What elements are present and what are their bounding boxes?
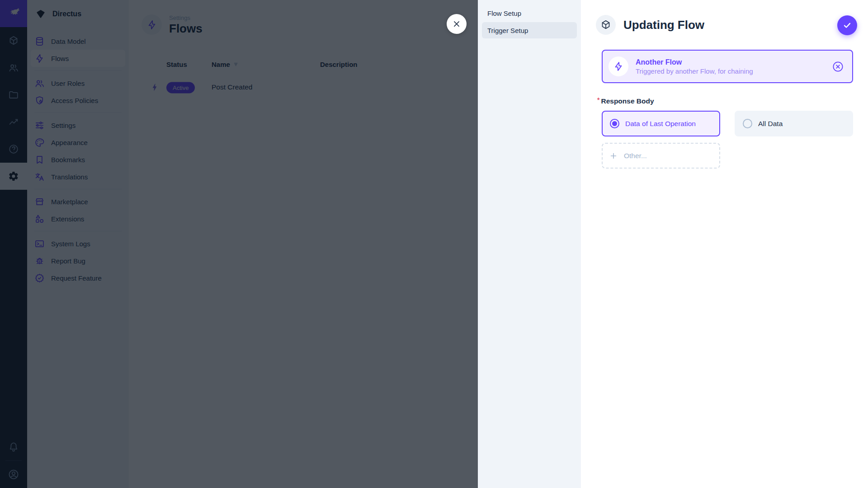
drawer-main: Updating Flow Another Flow Triggered by …	[581, 0, 868, 488]
required-marker: *	[597, 96, 599, 103]
close-drawer-button[interactable]	[447, 14, 467, 34]
box-icon	[600, 19, 611, 30]
x-circle-icon	[832, 61, 844, 73]
trigger-texts: Another Flow Triggered by another Flow, …	[636, 58, 753, 75]
field-label: Response Body	[601, 97, 654, 105]
radio-selected-icon	[610, 119, 619, 128]
radio-option-all-data[interactable]: All Data	[735, 111, 853, 136]
flow-drawer: Flow Setup Trigger Setup Updating Flow	[478, 0, 868, 488]
bolt-icon	[613, 61, 624, 72]
radio-unselected-icon	[743, 119, 752, 128]
directus-app: Directus Data Model Flows User Roles Acc…	[0, 0, 868, 488]
drawer-title: Updating Flow	[623, 18, 704, 32]
selected-trigger-card: Another Flow Triggered by another Flow, …	[602, 50, 853, 83]
close-icon	[452, 19, 462, 29]
check-icon	[842, 20, 852, 30]
radio-option-label: Data of Last Operation	[625, 120, 696, 128]
drawer-nav: Flow Setup Trigger Setup	[478, 0, 581, 488]
trigger-subtitle: Triggered by another Flow, for chaining	[636, 67, 753, 75]
trigger-title: Another Flow	[636, 58, 753, 66]
trigger-icon-circle	[609, 56, 628, 76]
drawer-nav-item-flow-setup[interactable]: Flow Setup	[482, 5, 577, 21]
other-placeholder: Other...	[624, 152, 647, 160]
drawer-nav-item-trigger-setup[interactable]: Trigger Setup	[482, 22, 577, 38]
drawer-content: Another Flow Triggered by another Flow, …	[602, 50, 853, 169]
response-body-options: Data of Last Operation All Data	[602, 111, 853, 136]
drawer-header: Updating Flow	[596, 15, 827, 35]
drawer-icon-circle	[596, 15, 616, 35]
radio-option-data-of-last-operation[interactable]: Data of Last Operation	[602, 111, 720, 136]
plus-icon	[609, 151, 618, 160]
save-button[interactable]	[837, 15, 857, 35]
other-option-input[interactable]: Other...	[602, 143, 720, 169]
radio-option-label: All Data	[758, 120, 783, 128]
field-label-row: * Response Body	[602, 97, 853, 105]
deselect-trigger-button[interactable]	[832, 61, 844, 73]
